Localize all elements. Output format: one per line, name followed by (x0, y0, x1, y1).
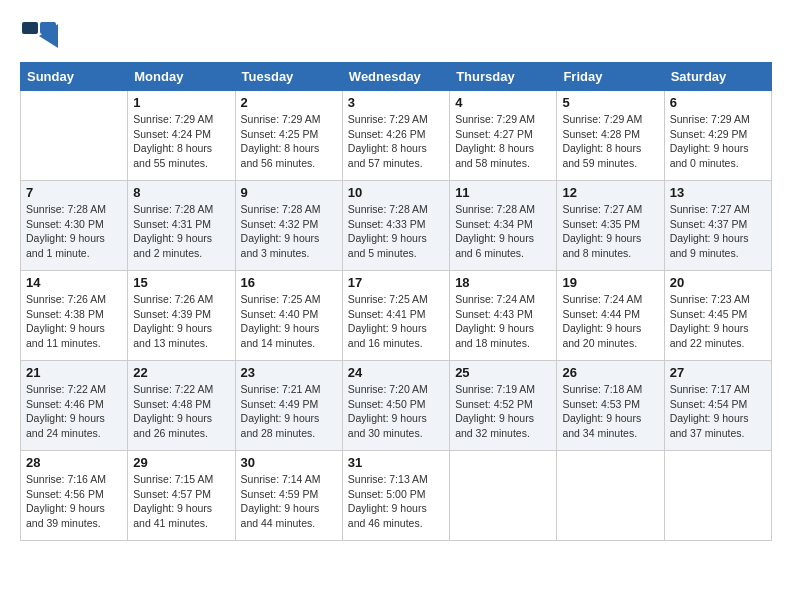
day-info: Sunrise: 7:29 AM Sunset: 4:25 PM Dayligh… (241, 112, 337, 171)
day-info: Sunrise: 7:25 AM Sunset: 4:40 PM Dayligh… (241, 292, 337, 351)
day-number: 13 (670, 185, 766, 200)
calendar-cell (557, 451, 664, 541)
calendar-cell (664, 451, 771, 541)
calendar-cell: 19Sunrise: 7:24 AM Sunset: 4:44 PM Dayli… (557, 271, 664, 361)
weekday-header: Wednesday (342, 63, 449, 91)
day-info: Sunrise: 7:21 AM Sunset: 4:49 PM Dayligh… (241, 382, 337, 441)
weekday-header: Monday (128, 63, 235, 91)
svg-rect-0 (22, 22, 38, 34)
day-number: 16 (241, 275, 337, 290)
calendar-cell (450, 451, 557, 541)
weekday-header: Tuesday (235, 63, 342, 91)
calendar-cell: 31Sunrise: 7:13 AM Sunset: 5:00 PM Dayli… (342, 451, 449, 541)
calendar-cell: 14Sunrise: 7:26 AM Sunset: 4:38 PM Dayli… (21, 271, 128, 361)
day-number: 5 (562, 95, 658, 110)
day-info: Sunrise: 7:28 AM Sunset: 4:30 PM Dayligh… (26, 202, 122, 261)
day-number: 19 (562, 275, 658, 290)
day-number: 7 (26, 185, 122, 200)
day-number: 14 (26, 275, 122, 290)
calendar-cell: 6Sunrise: 7:29 AM Sunset: 4:29 PM Daylig… (664, 91, 771, 181)
calendar-cell: 27Sunrise: 7:17 AM Sunset: 4:54 PM Dayli… (664, 361, 771, 451)
day-number: 17 (348, 275, 444, 290)
day-info: Sunrise: 7:22 AM Sunset: 4:46 PM Dayligh… (26, 382, 122, 441)
day-info: Sunrise: 7:28 AM Sunset: 4:32 PM Dayligh… (241, 202, 337, 261)
day-info: Sunrise: 7:26 AM Sunset: 4:38 PM Dayligh… (26, 292, 122, 351)
calendar-table: SundayMondayTuesdayWednesdayThursdayFrid… (20, 62, 772, 541)
calendar-cell: 5Sunrise: 7:29 AM Sunset: 4:28 PM Daylig… (557, 91, 664, 181)
day-info: Sunrise: 7:26 AM Sunset: 4:39 PM Dayligh… (133, 292, 229, 351)
day-number: 30 (241, 455, 337, 470)
day-number: 9 (241, 185, 337, 200)
calendar-week-row: 14Sunrise: 7:26 AM Sunset: 4:38 PM Dayli… (21, 271, 772, 361)
calendar-cell: 3Sunrise: 7:29 AM Sunset: 4:26 PM Daylig… (342, 91, 449, 181)
calendar-week-row: 1Sunrise: 7:29 AM Sunset: 4:24 PM Daylig… (21, 91, 772, 181)
calendar-cell: 11Sunrise: 7:28 AM Sunset: 4:34 PM Dayli… (450, 181, 557, 271)
day-info: Sunrise: 7:24 AM Sunset: 4:43 PM Dayligh… (455, 292, 551, 351)
day-info: Sunrise: 7:29 AM Sunset: 4:29 PM Dayligh… (670, 112, 766, 171)
day-number: 28 (26, 455, 122, 470)
calendar-week-row: 7Sunrise: 7:28 AM Sunset: 4:30 PM Daylig… (21, 181, 772, 271)
calendar-cell: 28Sunrise: 7:16 AM Sunset: 4:56 PM Dayli… (21, 451, 128, 541)
logo-icon (20, 20, 58, 52)
calendar-cell: 23Sunrise: 7:21 AM Sunset: 4:49 PM Dayli… (235, 361, 342, 451)
day-info: Sunrise: 7:13 AM Sunset: 5:00 PM Dayligh… (348, 472, 444, 531)
day-info: Sunrise: 7:14 AM Sunset: 4:59 PM Dayligh… (241, 472, 337, 531)
day-number: 18 (455, 275, 551, 290)
day-info: Sunrise: 7:19 AM Sunset: 4:52 PM Dayligh… (455, 382, 551, 441)
weekday-header-row: SundayMondayTuesdayWednesdayThursdayFrid… (21, 63, 772, 91)
calendar-cell: 2Sunrise: 7:29 AM Sunset: 4:25 PM Daylig… (235, 91, 342, 181)
calendar-cell: 20Sunrise: 7:23 AM Sunset: 4:45 PM Dayli… (664, 271, 771, 361)
day-number: 8 (133, 185, 229, 200)
calendar-cell: 22Sunrise: 7:22 AM Sunset: 4:48 PM Dayli… (128, 361, 235, 451)
calendar-cell: 29Sunrise: 7:15 AM Sunset: 4:57 PM Dayli… (128, 451, 235, 541)
calendar-cell: 7Sunrise: 7:28 AM Sunset: 4:30 PM Daylig… (21, 181, 128, 271)
day-number: 3 (348, 95, 444, 110)
calendar-cell: 9Sunrise: 7:28 AM Sunset: 4:32 PM Daylig… (235, 181, 342, 271)
calendar-cell: 18Sunrise: 7:24 AM Sunset: 4:43 PM Dayli… (450, 271, 557, 361)
day-number: 12 (562, 185, 658, 200)
day-info: Sunrise: 7:29 AM Sunset: 4:24 PM Dayligh… (133, 112, 229, 171)
day-number: 21 (26, 365, 122, 380)
day-number: 27 (670, 365, 766, 380)
calendar-cell: 8Sunrise: 7:28 AM Sunset: 4:31 PM Daylig… (128, 181, 235, 271)
page-header (20, 20, 772, 52)
day-info: Sunrise: 7:28 AM Sunset: 4:33 PM Dayligh… (348, 202, 444, 261)
calendar-week-row: 21Sunrise: 7:22 AM Sunset: 4:46 PM Dayli… (21, 361, 772, 451)
day-number: 25 (455, 365, 551, 380)
calendar-cell: 26Sunrise: 7:18 AM Sunset: 4:53 PM Dayli… (557, 361, 664, 451)
day-number: 6 (670, 95, 766, 110)
day-info: Sunrise: 7:23 AM Sunset: 4:45 PM Dayligh… (670, 292, 766, 351)
weekday-header: Friday (557, 63, 664, 91)
day-number: 24 (348, 365, 444, 380)
calendar-cell: 15Sunrise: 7:26 AM Sunset: 4:39 PM Dayli… (128, 271, 235, 361)
calendar-cell: 30Sunrise: 7:14 AM Sunset: 4:59 PM Dayli… (235, 451, 342, 541)
weekday-header: Saturday (664, 63, 771, 91)
day-info: Sunrise: 7:15 AM Sunset: 4:57 PM Dayligh… (133, 472, 229, 531)
day-number: 10 (348, 185, 444, 200)
day-info: Sunrise: 7:27 AM Sunset: 4:37 PM Dayligh… (670, 202, 766, 261)
day-number: 22 (133, 365, 229, 380)
day-number: 4 (455, 95, 551, 110)
day-info: Sunrise: 7:17 AM Sunset: 4:54 PM Dayligh… (670, 382, 766, 441)
calendar-week-row: 28Sunrise: 7:16 AM Sunset: 4:56 PM Dayli… (21, 451, 772, 541)
day-info: Sunrise: 7:27 AM Sunset: 4:35 PM Dayligh… (562, 202, 658, 261)
day-info: Sunrise: 7:16 AM Sunset: 4:56 PM Dayligh… (26, 472, 122, 531)
day-number: 20 (670, 275, 766, 290)
calendar-cell: 16Sunrise: 7:25 AM Sunset: 4:40 PM Dayli… (235, 271, 342, 361)
calendar-cell: 21Sunrise: 7:22 AM Sunset: 4:46 PM Dayli… (21, 361, 128, 451)
day-info: Sunrise: 7:22 AM Sunset: 4:48 PM Dayligh… (133, 382, 229, 441)
calendar-cell (21, 91, 128, 181)
day-info: Sunrise: 7:25 AM Sunset: 4:41 PM Dayligh… (348, 292, 444, 351)
day-info: Sunrise: 7:29 AM Sunset: 4:28 PM Dayligh… (562, 112, 658, 171)
calendar-cell: 4Sunrise: 7:29 AM Sunset: 4:27 PM Daylig… (450, 91, 557, 181)
day-info: Sunrise: 7:24 AM Sunset: 4:44 PM Dayligh… (562, 292, 658, 351)
day-number: 29 (133, 455, 229, 470)
calendar-cell: 24Sunrise: 7:20 AM Sunset: 4:50 PM Dayli… (342, 361, 449, 451)
logo (20, 20, 62, 52)
day-number: 26 (562, 365, 658, 380)
day-info: Sunrise: 7:18 AM Sunset: 4:53 PM Dayligh… (562, 382, 658, 441)
day-info: Sunrise: 7:20 AM Sunset: 4:50 PM Dayligh… (348, 382, 444, 441)
day-info: Sunrise: 7:28 AM Sunset: 4:31 PM Dayligh… (133, 202, 229, 261)
day-number: 23 (241, 365, 337, 380)
day-number: 1 (133, 95, 229, 110)
